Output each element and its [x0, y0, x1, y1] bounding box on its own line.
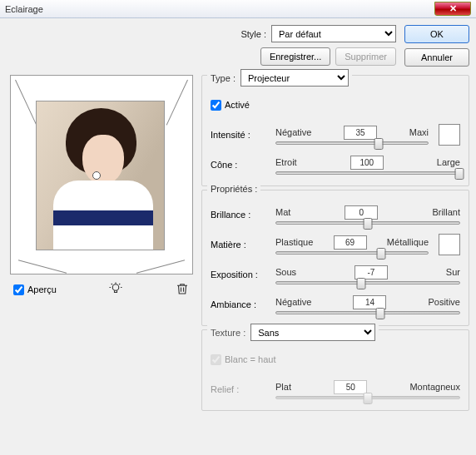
light-color-swatch[interactable] — [439, 124, 460, 146]
cone-left-label: Etroit — [275, 157, 297, 167]
ambience-label: Ambiance : — [211, 299, 269, 309]
save-style-button[interactable]: Enregistrer... — [260, 47, 330, 66]
material-slider[interactable] — [275, 251, 429, 255]
exposure-label: Exposition : — [211, 270, 269, 279]
exposure-left-label: Sous — [275, 267, 296, 277]
ambience-thumb[interactable] — [376, 308, 385, 319]
properties-label: Propriétés : — [207, 184, 260, 194]
active-checkbox[interactable]: Activé — [211, 100, 250, 111]
gloss-slider[interactable] — [275, 221, 460, 225]
light-center-handle[interactable] — [92, 171, 101, 180]
intensity-left-label: Négative — [275, 127, 311, 137]
type-panel: Type : Projecteur Activé Intensité : Nég… — [201, 75, 469, 186]
white-high-checkbox-input — [211, 354, 221, 365]
relief-left-label: Plat — [275, 382, 291, 392]
exposure-thumb[interactable] — [357, 278, 366, 289]
material-value[interactable]: 69 — [334, 235, 367, 250]
cone-value[interactable]: 100 — [350, 156, 384, 170]
delete-style-button: Supprimer — [335, 47, 396, 66]
relief-slider — [275, 396, 460, 399]
relief-label: Relief : — [211, 384, 269, 394]
cone-right-label: Large — [437, 157, 460, 167]
gloss-label: Brillance : — [211, 210, 269, 220]
cone-label: Cône : — [211, 160, 269, 170]
white-high-label: Blanc = haut — [225, 354, 275, 364]
material-left-label: Plastique — [275, 237, 313, 247]
window-title: Eclairage — [5, 4, 43, 14]
svg-point-0 — [112, 284, 119, 291]
type-select[interactable]: Projecteur — [240, 69, 349, 87]
gloss-thumb[interactable] — [364, 218, 373, 230]
ok-button[interactable]: OK — [404, 25, 469, 43]
window-close-button[interactable]: ✕ — [434, 2, 471, 16]
style-label: Style : — [240, 29, 266, 39]
properties-panel: Propriétés : Brillance : Mat 0 Brillant … — [201, 190, 469, 326]
gloss-right-label: Brillant — [432, 207, 460, 217]
material-right-label: Métallique — [387, 237, 429, 247]
trash-icon[interactable] — [175, 281, 190, 298]
texture-panel: Texture : Sans Blanc = haut Relief : Pla… — [201, 329, 469, 411]
ambience-right-label: Positive — [428, 297, 460, 307]
preview-canvas[interactable] — [10, 75, 193, 274]
material-color-swatch[interactable] — [439, 234, 460, 255]
relief-thumb — [364, 393, 373, 404]
active-checkbox-input[interactable] — [211, 100, 221, 111]
light-control-line — [15, 80, 37, 126]
material-thumb[interactable] — [376, 248, 385, 260]
intensity-thumb[interactable] — [374, 138, 383, 150]
white-high-checkbox: Blanc = haut — [211, 354, 275, 365]
bulb-icon[interactable] — [108, 281, 123, 298]
light-control-line — [18, 260, 67, 273]
intensity-value[interactable]: 35 — [344, 126, 377, 140]
close-icon: ✕ — [449, 3, 457, 14]
preview-checkbox-input[interactable] — [13, 284, 24, 295]
light-control-line — [166, 80, 188, 126]
gloss-value[interactable]: 0 — [345, 205, 378, 220]
intensity-right-label: Maxi — [409, 127, 429, 137]
exposure-slider[interactable] — [275, 281, 460, 284]
material-label: Matière : — [211, 240, 269, 250]
cone-thumb[interactable] — [455, 168, 464, 180]
style-select[interactable]: Par défaut — [271, 25, 396, 42]
relief-right-label: Montagneux — [409, 382, 460, 392]
ambience-slider[interactable] — [275, 311, 460, 314]
intensity-slider[interactable] — [275, 141, 429, 145]
texture-label: Texture : — [211, 328, 245, 338]
light-control-line — [136, 260, 185, 273]
exposure-right-label: Sur — [446, 267, 460, 277]
relief-value: 50 — [334, 380, 367, 394]
preview-checkbox-label: Aperçu — [27, 284, 57, 294]
cone-slider[interactable] — [275, 171, 460, 175]
intensity-label: Intensité : — [211, 130, 269, 140]
type-label: Type : — [211, 73, 236, 83]
ambience-left-label: Négative — [275, 297, 311, 307]
cancel-button[interactable]: Annuler — [404, 48, 469, 67]
texture-select[interactable]: Sans — [250, 324, 375, 341]
preview-checkbox[interactable]: Aperçu — [13, 284, 57, 295]
active-checkbox-label: Activé — [225, 100, 250, 110]
gloss-left-label: Mat — [275, 207, 290, 217]
